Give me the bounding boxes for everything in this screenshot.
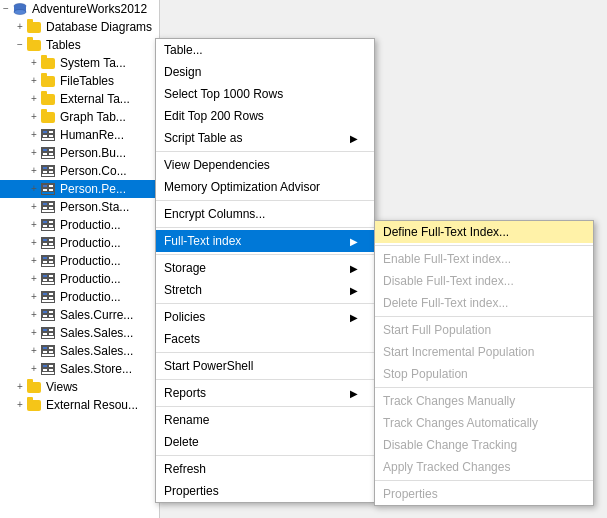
tree-item-productio1[interactable]: +Productio...: [0, 216, 159, 234]
expand-icon-adventureworks[interactable]: −: [0, 3, 12, 15]
tree-icon-table: [40, 289, 56, 305]
expand-icon-external-ta[interactable]: +: [28, 93, 40, 105]
menu-label-reports: Reports: [164, 386, 206, 400]
menu-item-select-top[interactable]: Select Top 1000 Rows: [156, 83, 374, 105]
menu-separator: [375, 316, 593, 317]
menu-label-fulltext: Full-Text index: [164, 234, 241, 248]
menu2-label-disable-tracking: Disable Change Tracking: [383, 438, 517, 452]
tree-item-person-sta[interactable]: +Person.Sta...: [0, 198, 159, 216]
menu-item-stretch[interactable]: Stretch▶: [156, 279, 374, 301]
tree-panel: −AdventureWorks2012+Database Diagrams−Ta…: [0, 0, 160, 518]
expand-icon-filetables[interactable]: +: [28, 75, 40, 87]
menu-item-fulltext[interactable]: Full-Text index▶: [156, 230, 374, 252]
menu-item-facets[interactable]: Facets: [156, 328, 374, 350]
menu2-item-disable-fulltext: Disable Full-Text index...: [375, 270, 593, 292]
tree-icon-table: [40, 181, 56, 197]
expand-icon-person-co[interactable]: +: [28, 165, 40, 177]
expand-icon-humanre[interactable]: +: [28, 129, 40, 141]
tree-item-sales-store[interactable]: +Sales.Store...: [0, 360, 159, 378]
expand-icon-productio1[interactable]: +: [28, 219, 40, 231]
expand-icon-tables[interactable]: −: [14, 39, 26, 51]
tree-item-adventureworks[interactable]: −AdventureWorks2012: [0, 0, 159, 18]
menu-item-encrypt[interactable]: Encrypt Columns...: [156, 203, 374, 225]
menu-separator: [156, 455, 374, 456]
tree-label-person-sta: Person.Sta...: [60, 200, 129, 214]
tree-label-adventureworks: AdventureWorks2012: [32, 2, 147, 16]
tree-label-filetables: FileTables: [60, 74, 114, 88]
tree-item-system-ta[interactable]: +System Ta...: [0, 54, 159, 72]
tree-label-views: Views: [46, 380, 78, 394]
submenu-arrow-script-table: ▶: [350, 133, 358, 144]
tree-icon-table: [40, 343, 56, 359]
tree-label-productio5: Productio...: [60, 290, 121, 304]
tree-icon-db: [12, 1, 28, 17]
menu-item-table[interactable]: Table...: [156, 39, 374, 61]
tree-icon-table: [40, 199, 56, 215]
tree-item-productio5[interactable]: +Productio...: [0, 288, 159, 306]
tree-item-person-pe[interactable]: +Person.Pe...: [0, 180, 159, 198]
tree-item-sales-sales1[interactable]: +Sales.Sales...: [0, 324, 159, 342]
tree-item-sales-curr[interactable]: +Sales.Curre...: [0, 306, 159, 324]
tree-item-external-res[interactable]: +External Resou...: [0, 396, 159, 414]
menu-item-refresh[interactable]: Refresh: [156, 458, 374, 480]
expand-icon-external-res[interactable]: +: [14, 399, 26, 411]
tree-item-graph-tab[interactable]: +Graph Tab...: [0, 108, 159, 126]
menu-label-edit-top: Edit Top 200 Rows: [164, 109, 264, 123]
tree-icon-table: [40, 145, 56, 161]
tree-item-sales-sales2[interactable]: +Sales.Sales...: [0, 342, 159, 360]
tree-icon-folder: [26, 397, 42, 413]
menu-item-script-table[interactable]: Script Table as▶: [156, 127, 374, 149]
menu-separator: [156, 254, 374, 255]
expand-icon-person-pe[interactable]: +: [28, 183, 40, 195]
tree-item-tables[interactable]: −Tables: [0, 36, 159, 54]
tree-item-productio2[interactable]: +Productio...: [0, 234, 159, 252]
tree-item-person-co[interactable]: +Person.Co...: [0, 162, 159, 180]
menu2-item-stop-pop: Stop Population: [375, 363, 593, 385]
expand-icon-views[interactable]: +: [14, 381, 26, 393]
expand-icon-sales-curr[interactable]: +: [28, 309, 40, 321]
menu-item-memory-opt[interactable]: Memory Optimization Advisor: [156, 176, 374, 198]
tree-item-filetables[interactable]: +FileTables: [0, 72, 159, 90]
tree-label-graph-tab: Graph Tab...: [60, 110, 126, 124]
menu-item-policies[interactable]: Policies▶: [156, 306, 374, 328]
tree-icon-folder: [40, 109, 56, 125]
menu-label-policies: Policies: [164, 310, 205, 324]
expand-icon-person-sta[interactable]: +: [28, 201, 40, 213]
tree-item-humanre[interactable]: +HumanRe...: [0, 126, 159, 144]
menu-item-view-dep[interactable]: View Dependencies: [156, 154, 374, 176]
menu-separator: [375, 387, 593, 388]
menu-item-start-ps[interactable]: Start PowerShell: [156, 355, 374, 377]
tree-item-productio3[interactable]: +Productio...: [0, 252, 159, 270]
menu2-label-apply-tracked: Apply Tracked Changes: [383, 460, 510, 474]
expand-icon-productio4[interactable]: +: [28, 273, 40, 285]
tree-icon-folder: [26, 379, 42, 395]
tree-item-views[interactable]: +Views: [0, 378, 159, 396]
menu2-item-disable-tracking: Disable Change Tracking: [375, 434, 593, 456]
menu2-item-define-fulltext[interactable]: Define Full-Text Index...: [375, 221, 593, 243]
expand-icon-db-diagrams[interactable]: +: [14, 21, 26, 33]
menu-item-edit-top[interactable]: Edit Top 200 Rows: [156, 105, 374, 127]
menu-item-rename[interactable]: Rename: [156, 409, 374, 431]
expand-icon-productio5[interactable]: +: [28, 291, 40, 303]
menu-item-reports[interactable]: Reports▶: [156, 382, 374, 404]
expand-icon-system-ta[interactable]: +: [28, 57, 40, 69]
expand-icon-graph-tab[interactable]: +: [28, 111, 40, 123]
menu-item-storage[interactable]: Storage▶: [156, 257, 374, 279]
expand-icon-productio2[interactable]: +: [28, 237, 40, 249]
menu-item-delete[interactable]: Delete: [156, 431, 374, 453]
tree-icon-table: [40, 127, 56, 143]
submenu-arrow-policies: ▶: [350, 312, 358, 323]
expand-icon-sales-sales1[interactable]: +: [28, 327, 40, 339]
tree-item-person-bu[interactable]: +Person.Bu...: [0, 144, 159, 162]
menu-item-design[interactable]: Design: [156, 61, 374, 83]
menu-item-properties[interactable]: Properties: [156, 480, 374, 502]
expand-icon-person-bu[interactable]: +: [28, 147, 40, 159]
tree-item-db-diagrams[interactable]: +Database Diagrams: [0, 18, 159, 36]
expand-icon-sales-store[interactable]: +: [28, 363, 40, 375]
tree-label-person-pe: Person.Pe...: [60, 182, 126, 196]
tree-item-productio4[interactable]: +Productio...: [0, 270, 159, 288]
expand-icon-sales-sales2[interactable]: +: [28, 345, 40, 357]
expand-icon-productio3[interactable]: +: [28, 255, 40, 267]
tree-item-external-ta[interactable]: +External Ta...: [0, 90, 159, 108]
tree-label-external-ta: External Ta...: [60, 92, 130, 106]
